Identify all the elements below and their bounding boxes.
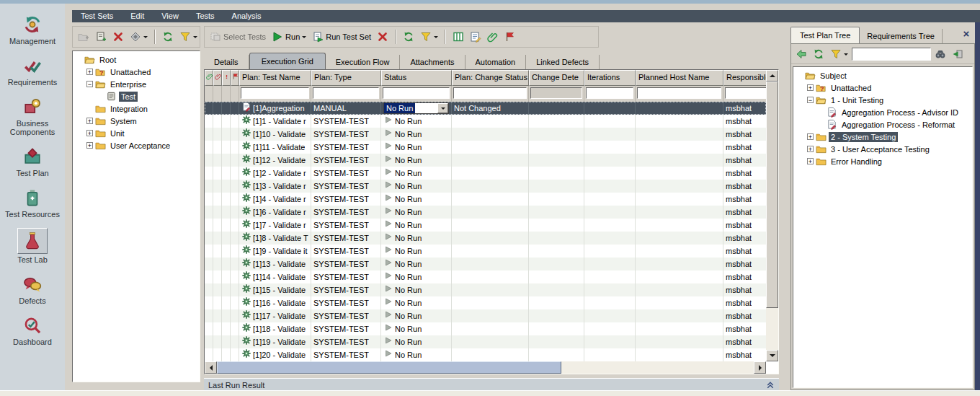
vertical-scrollbar[interactable] [766, 70, 778, 361]
tree-item-root[interactable]: Root [73, 53, 200, 66]
vertical-scroll-thumb[interactable] [766, 82, 778, 308]
column-filter-input[interactable] [313, 87, 379, 99]
goto-button[interactable] [950, 45, 966, 63]
menu-item-view[interactable]: View [153, 10, 187, 22]
tree-item-2-system-testing[interactable]: +2 - System Testing [793, 131, 972, 143]
tree-item-test[interactable]: Test [73, 90, 200, 102]
table-row[interactable]: [1]14 - ValidateSYSTEM-TESTNo Runmsbhat [205, 270, 766, 283]
column-header-plan-change-status[interactable]: Plan: Change Status [452, 70, 529, 86]
menu-item-test-sets[interactable]: Test Sets [72, 10, 122, 22]
sidebar-item-defects[interactable]: Defects [1, 273, 64, 305]
close-panel-icon[interactable] [961, 28, 972, 40]
tree-item-error-handling[interactable]: +Error Handling [793, 155, 972, 167]
expand-panel-icon[interactable] [766, 381, 775, 390]
sidebar-item-test-plan[interactable]: Test Plan [1, 146, 64, 177]
filter-button[interactable] [177, 28, 200, 45]
back-arrow-button[interactable] [793, 45, 809, 63]
column-filter-input[interactable] [241, 87, 309, 99]
tree-expander-plus-icon[interactable]: + [807, 158, 814, 164]
tree-item-3-user-acceptance-testing[interactable]: +3 - User Acceptance Testing [793, 143, 972, 155]
tree-item-system[interactable]: +System [73, 115, 200, 127]
column-header-plan-test-name[interactable]: Plan: Test Name [239, 70, 311, 86]
new-folder-button[interactable] [76, 28, 92, 45]
select-columns-button[interactable] [450, 28, 466, 45]
table-row[interactable]: [1]19 - ValidateSYSTEM-TESTNo Runmsbhat [205, 335, 766, 348]
column-filter-input[interactable] [637, 87, 721, 99]
grid-header-followup-flag-icon[interactable] [231, 70, 239, 86]
table-row[interactable]: [1]15 - ValidateSYSTEM-TESTNo Runmsbhat [205, 283, 766, 296]
tree-expander-plus-icon[interactable]: + [86, 118, 93, 124]
tree-item-subject[interactable]: Subject [793, 69, 972, 82]
column-filter-input[interactable] [383, 87, 450, 99]
column-header-change-dete[interactable]: Change Dete [529, 70, 584, 86]
tree-expander-plus-icon[interactable]: + [86, 69, 93, 75]
filter-button[interactable] [828, 45, 850, 63]
tree-item-enterprise[interactable]: −Enterprise [73, 78, 200, 90]
table-row[interactable]: [1]12 - ValidateSYSTEM-TESTNo Runmsbhat [205, 154, 766, 167]
tab-test-plan-tree[interactable]: Test Plan Tree [790, 27, 860, 43]
tree-item-aggregation-process-reformat[interactable]: Aggregation Process - Reformat [793, 118, 972, 131]
tree-expander-plus-icon[interactable]: + [807, 84, 814, 91]
table-row[interactable]: [1]20 - ValidateSYSTEM-TESTNo Runmsbhat [205, 348, 766, 361]
menu-item-edit[interactable]: Edit [122, 10, 153, 22]
tab-execution-grid[interactable]: Execution Grid [249, 53, 326, 69]
menu-item-tests[interactable]: Tests [187, 10, 223, 22]
column-header-iterations[interactable]: Iterations [584, 70, 636, 86]
table-row[interactable]: [1]13 - ValidateSYSTEM-TESTNo Runmsbhat [205, 258, 766, 270]
find-button[interactable] [932, 45, 948, 63]
table-row[interactable]: [1]4 - Validate rSYSTEM-TESTNo Runmsbhat [205, 193, 766, 206]
tree-item-aggregation-process-advisor-id[interactable]: Aggregation Process - Advisor ID [793, 106, 972, 118]
tab-execution-flow[interactable]: Execution Flow [326, 55, 401, 69]
tree-item-unattached[interactable]: +?Unattached [73, 66, 200, 78]
scroll-down-button[interactable] [766, 350, 778, 361]
table-row[interactable]: [1]AggregationMANUALNo RunNot Changedmsb… [205, 102, 766, 115]
table-row[interactable]: [1]6 - Validate rSYSTEM-TESTNo Runmsbhat [205, 206, 766, 219]
tree-expander-plus-icon[interactable]: + [807, 133, 814, 140]
tree-search-input[interactable] [852, 48, 931, 61]
delete-x-button[interactable] [375, 28, 391, 45]
table-row[interactable]: [1]16 - ValidateSYSTEM-TESTNo Runmsbhat [205, 296, 766, 309]
refresh-button[interactable] [160, 28, 176, 45]
column-header-status[interactable]: Status [381, 70, 452, 86]
tab-linked-defects[interactable]: Linked Defects [526, 55, 600, 69]
tree-item-unit[interactable]: +Unit [73, 127, 200, 139]
table-row[interactable]: [1]3 - Validate rSYSTEM-TESTNo Runmsbhat [205, 180, 766, 193]
scroll-up-button[interactable] [766, 70, 778, 82]
tree-item-unattached[interactable]: +?Unattached [793, 82, 972, 94]
tab-details[interactable]: Details [204, 55, 249, 69]
select-tests-button[interactable]: Select Tests [208, 28, 268, 45]
refresh-button[interactable] [401, 28, 416, 45]
column-filter-input[interactable] [725, 87, 766, 99]
flag-button[interactable] [502, 28, 518, 45]
table-row[interactable]: [1]2 - Validate rSYSTEM-TESTNo Runmsbhat [205, 167, 766, 180]
edit-form-button[interactable] [468, 28, 484, 45]
column-header-responsible-tes[interactable]: Responsible Tes [723, 70, 766, 86]
tab-attachments[interactable]: Attachments [400, 55, 465, 69]
scroll-right-button[interactable] [754, 361, 766, 374]
filter-button[interactable] [418, 28, 440, 45]
horizontal-scrollbar[interactable] [205, 361, 766, 374]
sidebar-item-business-components[interactable]: Business Components [1, 96, 64, 136]
sidebar-item-test-resources[interactable]: Test Resources [1, 187, 64, 219]
run-test-set-button[interactable]: Run Test Set [310, 28, 373, 45]
menu-item-analysis[interactable]: Analysis [223, 10, 270, 22]
sidebar-item-management[interactable]: Management [1, 14, 64, 45]
tab-requirements-tree[interactable]: Requirements Tree [860, 29, 943, 43]
tree-item-1-unit-testing[interactable]: −1 - Unit Testing [793, 94, 972, 106]
scroll-left-button[interactable] [205, 361, 217, 374]
refresh-button[interactable] [811, 45, 827, 63]
horizontal-scroll-thumb[interactable] [217, 361, 561, 374]
status-dropdown[interactable]: No Run [383, 102, 449, 114]
sidebar-item-requirements[interactable]: Requirements [1, 55, 64, 87]
table-row[interactable]: [1]18 - ValidateSYSTEM-TESTNo Runmsbhat [205, 322, 766, 335]
grid-header-alert-icon[interactable]: ! [222, 70, 231, 86]
column-filter-input[interactable] [586, 87, 633, 99]
tree-expander-minus-icon[interactable]: − [86, 81, 93, 87]
column-header-planned-host-name[interactable]: Planned Host Name [636, 70, 723, 86]
table-row[interactable]: [1]11 - ValidateSYSTEM-TESTNo Runmsbhat [205, 141, 766, 154]
tab-automation[interactable]: Automation [466, 55, 527, 69]
grid-header-clip-icon[interactable] [213, 70, 222, 86]
table-row[interactable]: [1]7 - Validate rSYSTEM-TESTNo Runmsbhat [205, 219, 766, 232]
sidebar-item-dashboard[interactable]: Dashboard [1, 314, 64, 346]
attachment-button[interactable] [485, 28, 501, 45]
